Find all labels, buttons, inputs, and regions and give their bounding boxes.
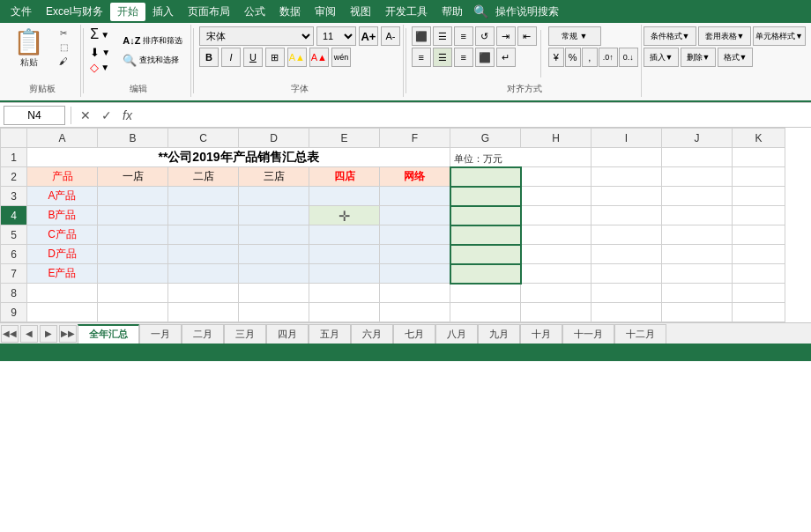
- sheet-nav-prev[interactable]: ◀: [20, 325, 38, 343]
- cell-4A[interactable]: B产品: [27, 206, 98, 225]
- cell-reference-input[interactable]: [4, 106, 65, 125]
- comma-button[interactable]: ,: [582, 48, 598, 67]
- cell-5E[interactable]: [309, 225, 380, 245]
- cell-7G[interactable]: [450, 264, 521, 284]
- row-header-7[interactable]: 7: [1, 264, 27, 284]
- delete-button[interactable]: 删除▼: [681, 48, 716, 67]
- text-direction-button[interactable]: ↺: [475, 26, 495, 46]
- col-header-C[interactable]: C: [168, 129, 239, 148]
- cell-8B[interactable]: [98, 284, 168, 303]
- paste-button[interactable]: 📋 粘贴: [8, 26, 49, 72]
- font-color-button[interactable]: A▲: [309, 48, 329, 67]
- menu-search[interactable]: 操作说明搜索: [488, 3, 566, 21]
- cell-4F[interactable]: [380, 206, 450, 225]
- cell-8J[interactable]: [662, 284, 733, 303]
- copy-button[interactable]: ⬚: [51, 41, 76, 54]
- cell-3I[interactable]: [592, 187, 662, 206]
- menu-pagelayout[interactable]: 页面布局: [181, 3, 237, 21]
- cell-7F[interactable]: [380, 264, 450, 284]
- cell-8I[interactable]: [592, 284, 662, 303]
- insert-button[interactable]: 插入▼: [644, 48, 679, 67]
- col-header-J[interactable]: J: [662, 129, 733, 148]
- find-select-button[interactable]: 🔍 查找和选择: [119, 51, 186, 69]
- title-cell[interactable]: **公司2019年产品销售汇总表: [27, 148, 450, 167]
- cell-3D[interactable]: [239, 187, 309, 206]
- cell-style-button[interactable]: 单元格样式▼: [753, 26, 806, 46]
- cell-3B[interactable]: [98, 187, 168, 206]
- cell-5K[interactable]: [733, 225, 785, 245]
- number-format-button[interactable]: 常规 ▼: [548, 26, 601, 46]
- sheet-tab-nov[interactable]: 十一月: [562, 324, 614, 344]
- cell-3E[interactable]: [309, 187, 380, 206]
- cell-5G[interactable]: [450, 225, 521, 245]
- cell-4J[interactable]: [662, 206, 733, 225]
- header-store1[interactable]: 一店: [98, 167, 168, 187]
- sheet-tab-feb[interactable]: 二月: [182, 324, 224, 344]
- cell-8G[interactable]: [450, 284, 521, 303]
- align-middle-button[interactable]: ☰: [433, 26, 452, 46]
- cell-4C[interactable]: [168, 206, 239, 225]
- decimal-up-button[interactable]: .0↑: [599, 48, 618, 67]
- cell-7J[interactable]: [662, 264, 733, 284]
- cell-4E[interactable]: ✛: [309, 206, 380, 225]
- align-left-button[interactable]: ≡: [412, 48, 431, 67]
- cell-2G[interactable]: [450, 167, 521, 187]
- sheet-tab-jun[interactable]: 六月: [351, 324, 393, 344]
- sheet-wrapper[interactable]: A B C D E F G H I J K 1 **公司2019年产品销售汇总: [0, 128, 811, 322]
- cell-5F[interactable]: [380, 225, 450, 245]
- header-store4[interactable]: 四店: [309, 167, 380, 187]
- cell-4D[interactable]: [239, 206, 309, 225]
- cell-7I[interactable]: [592, 264, 662, 284]
- bold-button[interactable]: B: [199, 48, 219, 67]
- cell-7K[interactable]: [733, 264, 785, 284]
- cell-9C[interactable]: [168, 303, 239, 322]
- cell-2I[interactable]: [592, 167, 662, 187]
- col-header-A[interactable]: A: [27, 129, 98, 148]
- sheet-tab-dec[interactable]: 十二月: [614, 324, 666, 344]
- cell-6B[interactable]: [98, 245, 168, 264]
- indent-less-button[interactable]: ⇤: [517, 26, 537, 46]
- cell-8K[interactable]: [733, 284, 785, 303]
- conditional-format-button[interactable]: 条件格式▼: [644, 26, 696, 46]
- menu-formula[interactable]: 公式: [237, 3, 272, 21]
- header-store3[interactable]: 三店: [239, 167, 309, 187]
- cell-5A[interactable]: C产品: [27, 225, 98, 245]
- cell-4H[interactable]: [521, 206, 592, 225]
- cell-7B[interactable]: [98, 264, 168, 284]
- cell-5J[interactable]: [662, 225, 733, 245]
- cell-9G[interactable]: [450, 303, 521, 322]
- col-header-D[interactable]: D: [239, 129, 309, 148]
- cell-4K[interactable]: [733, 206, 785, 225]
- cell-8A[interactable]: [27, 284, 98, 303]
- cell-6F[interactable]: [380, 245, 450, 264]
- row-header-4[interactable]: 4: [1, 206, 27, 225]
- menu-help[interactable]: 帮助: [435, 3, 470, 21]
- fill-color-button[interactable]: A▲: [287, 48, 307, 67]
- cell-3G[interactable]: [450, 187, 521, 206]
- cell-6E[interactable]: [309, 245, 380, 264]
- font-grow-button[interactable]: A+: [359, 26, 378, 46]
- cell-6D[interactable]: [239, 245, 309, 264]
- italic-button[interactable]: I: [221, 48, 241, 67]
- cell-6H[interactable]: [521, 245, 592, 264]
- cell-7A[interactable]: E产品: [27, 264, 98, 284]
- cell-9D[interactable]: [239, 303, 309, 322]
- row-header-2[interactable]: 2: [1, 167, 27, 187]
- cell-3J[interactable]: [662, 187, 733, 206]
- font-size-select[interactable]: 11: [316, 26, 356, 46]
- special-char-button[interactable]: wén: [331, 48, 351, 67]
- menu-review[interactable]: 审阅: [308, 3, 343, 21]
- col-header-H[interactable]: H: [521, 129, 592, 148]
- cell-1K[interactable]: [733, 148, 785, 167]
- decimal-down-button[interactable]: 0.↓: [619, 48, 638, 67]
- row-header-9[interactable]: 9: [1, 303, 27, 322]
- cell-9H[interactable]: [521, 303, 592, 322]
- border-button[interactable]: ⊞: [265, 48, 285, 67]
- header-online[interactable]: 网络: [380, 167, 450, 187]
- cell-3A[interactable]: A产品: [27, 187, 98, 206]
- sheet-tab-sep[interactable]: 九月: [478, 324, 520, 344]
- sort-filter-button[interactable]: A↓Z 排序和筛选: [119, 32, 186, 49]
- cell-2K[interactable]: [733, 167, 785, 187]
- cell-9K[interactable]: [733, 303, 785, 322]
- underline-button[interactable]: U: [243, 48, 263, 67]
